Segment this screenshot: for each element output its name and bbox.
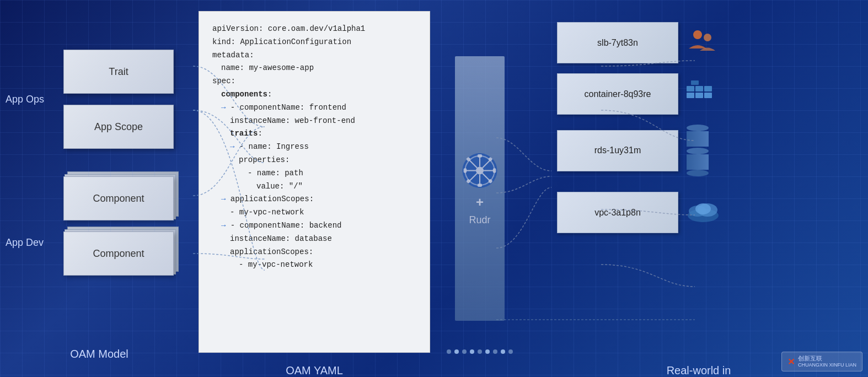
svg-rect-25: [695, 93, 703, 98]
yaml-line-5: components:: [212, 88, 416, 101]
db-top: [687, 125, 709, 131]
svg-point-19: [693, 30, 702, 39]
oam-model-label: OAM Model: [70, 348, 128, 360]
cloud-svg-icon: [687, 199, 720, 224]
db-body2: [687, 154, 709, 170]
kubernetes-icon: [460, 152, 499, 190]
oam-yaml-section: apiVersion: core.oam.dev/v1alpha1 kind: …: [199, 0, 430, 377]
resources-container: slb-7yt83n container-8q93re: [557, 22, 851, 233]
dot-4: [470, 349, 474, 354]
svg-rect-24: [687, 93, 694, 98]
yaml-line-2: metadata:: [212, 49, 416, 62]
component1-box: Component: [63, 176, 174, 220]
yaml-line-1: kind: ApplicationConfiguration: [212, 36, 416, 49]
app-dev-label: App Dev: [6, 237, 44, 249]
rds-row: rds-1uy31m: [557, 125, 851, 176]
svg-rect-12: [478, 184, 482, 187]
slb-icon: [687, 26, 717, 59]
yaml-line-0: apiVersion: core.oam.dev/v1alpha1: [212, 23, 416, 36]
database-icon: [687, 125, 709, 176]
yaml-line-4: spec:: [212, 75, 416, 88]
dot-8: [501, 349, 505, 354]
slb-row: slb-7yt83n: [557, 22, 851, 63]
svg-rect-11: [478, 154, 482, 158]
vpc-box: vpc-3a1p8n: [557, 192, 678, 233]
yaml-line-3: name: my-awesome-app: [212, 62, 416, 75]
watermark: ✕ 创新互联 CHUANGXIN XINFU LIAN: [781, 352, 862, 371]
svg-rect-26: [704, 93, 712, 98]
container-row: container-8q93re: [557, 73, 851, 115]
yaml-line-10: properties:: [212, 154, 416, 167]
svg-point-31: [695, 203, 711, 214]
watermark-text: 创新互联 CHUANGXIN XINFU LIAN: [798, 354, 856, 369]
model-boxes-container: Trait App Scope Component Component: [50, 50, 187, 276]
svg-point-20: [704, 34, 711, 41]
k8s-column: + Rudr: [455, 56, 505, 321]
db-middle: [687, 148, 709, 154]
dots-row: [447, 349, 513, 354]
component2-box: Component: [63, 231, 174, 276]
db-bottom: [687, 170, 709, 176]
app-scope-box: App Scope: [63, 105, 174, 149]
vpc-row: vpc-3a1p8n: [557, 192, 851, 233]
svg-rect-14: [493, 168, 496, 173]
yaml-line-6: → - componentName: frontend: [212, 101, 416, 115]
yaml-line-13: → applicationScopes:: [212, 193, 416, 206]
yaml-line-16: instanceName: database: [212, 233, 416, 246]
svg-rect-13: [464, 168, 467, 173]
watermark-logo: ✕: [787, 357, 795, 367]
svg-rect-22: [695, 86, 703, 91]
cloud-icon: [687, 199, 720, 226]
yaml-line-7: instanceName: web-front-end: [212, 115, 416, 128]
slb-network-icon: [687, 26, 717, 57]
k8s-icon-container: + Rudr: [460, 152, 499, 226]
svg-rect-27: [691, 80, 699, 85]
slb-box: slb-7yt83n: [557, 22, 678, 63]
realworld-section: slb-7yt83n container-8q93re: [529, 0, 868, 377]
k8s-plus-label: +: [476, 195, 484, 210]
realworld-label: Real-world in: [667, 364, 731, 377]
container-box: container-8q93re: [557, 73, 678, 115]
dot-1: [447, 349, 451, 354]
svg-rect-23: [704, 86, 712, 91]
container-icon: [687, 80, 717, 107]
yaml-line-14: - my-vpc-network: [212, 206, 416, 219]
oam-yaml-label: OAM YAML: [286, 364, 343, 377]
dot-9: [508, 349, 513, 354]
dot-7: [493, 349, 497, 354]
oam-model-section: App Ops App Dev Trait App Scope Componen…: [0, 0, 199, 377]
yaml-line-17: applicationScopes:: [212, 246, 416, 259]
trait-box: Trait: [63, 50, 174, 94]
k8s-section: + Rudr: [430, 0, 529, 377]
app-ops-label: App Ops: [6, 94, 44, 105]
dot-2: [454, 349, 459, 354]
yaml-line-8: traits:: [212, 127, 416, 141]
container-docker-icon: [687, 80, 717, 105]
rds-box: rds-1uy31m: [557, 130, 678, 171]
db-body: [687, 131, 709, 147]
yaml-line-12: value: "/": [212, 180, 416, 193]
dot-3: [462, 349, 467, 354]
k8s-rudr-label: Rudr: [469, 214, 490, 226]
yaml-box: apiVersion: core.oam.dev/v1alpha1 kind: …: [199, 11, 430, 353]
main-layout: App Ops App Dev Trait App Scope Componen…: [0, 0, 868, 377]
yaml-line-18: - my-vpc-network: [212, 258, 416, 272]
dot-5: [478, 349, 482, 354]
yaml-line-9: → - name: Ingress: [212, 141, 416, 154]
yaml-line-11: - name: path: [212, 167, 416, 180]
svg-rect-21: [687, 86, 694, 91]
yaml-line-15: → - componentName: backend: [212, 219, 416, 233]
dot-6: [485, 349, 490, 354]
